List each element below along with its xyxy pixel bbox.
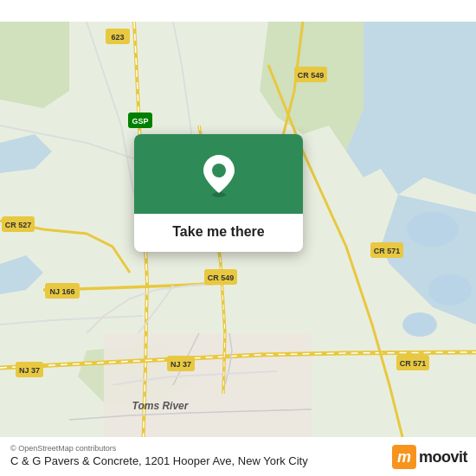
moovit-m-icon: m bbox=[392, 445, 416, 469]
svg-text:NJ 166: NJ 166 bbox=[49, 287, 74, 296]
map-container: 623 GSP CR 549 CR 527 CR 571 NJ 166 CR 5… bbox=[0, 0, 476, 476]
popup-header bbox=[134, 134, 303, 214]
svg-text:GSP: GSP bbox=[132, 117, 148, 125]
moovit-brand-text: moovit bbox=[419, 448, 467, 466]
svg-text:623: 623 bbox=[111, 33, 124, 42]
svg-text:CR 571: CR 571 bbox=[374, 247, 401, 255]
svg-point-3 bbox=[402, 312, 437, 337]
take-me-there-button[interactable]: Take me there bbox=[158, 214, 278, 252]
svg-text:CR 549: CR 549 bbox=[208, 273, 235, 282]
svg-point-1 bbox=[407, 212, 459, 247]
svg-text:CR 527: CR 527 bbox=[5, 221, 32, 229]
location-pin-icon bbox=[200, 153, 238, 198]
svg-text:Toms River: Toms River bbox=[132, 400, 190, 412]
svg-point-27 bbox=[212, 164, 226, 177]
svg-text:CR 571: CR 571 bbox=[400, 359, 427, 368]
popup-card[interactable]: Take me there bbox=[134, 134, 303, 252]
moovit-logo: m moovit bbox=[392, 445, 467, 469]
svg-text:NJ 37: NJ 37 bbox=[170, 360, 191, 369]
svg-text:CR 549: CR 549 bbox=[298, 71, 325, 80]
svg-text:NJ 37: NJ 37 bbox=[19, 366, 40, 375]
svg-rect-4 bbox=[104, 333, 312, 454]
svg-point-2 bbox=[428, 274, 472, 306]
